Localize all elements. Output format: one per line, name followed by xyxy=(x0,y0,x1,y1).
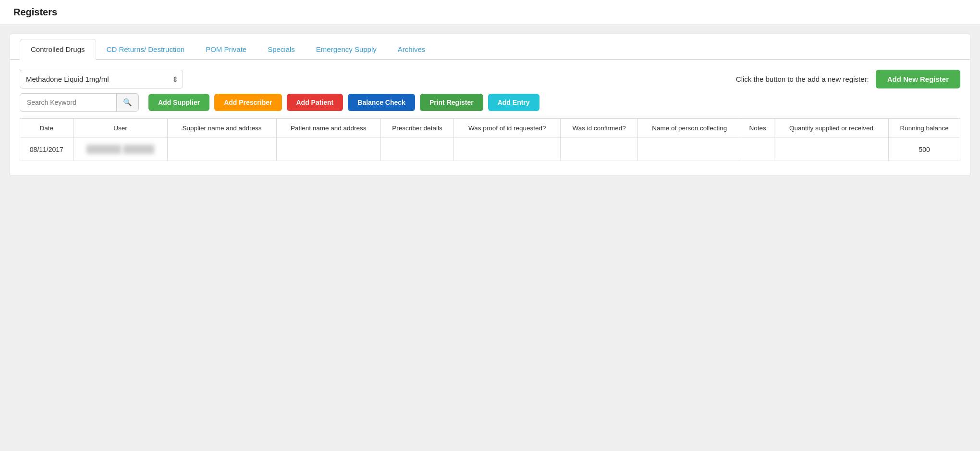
add-register-hint-row: Click the button to the add a new regist… xyxy=(193,70,960,88)
tabs-bar: Controlled Drugs CD Returns/ Destruction… xyxy=(10,34,970,60)
table-wrapper: Date User Supplier name and address Pati… xyxy=(10,118,970,161)
col-header-date: Date xyxy=(20,119,74,138)
col-header-notes: Notes xyxy=(741,119,774,138)
col-header-id-confirmed: Was id confirmed? xyxy=(561,119,638,138)
main-content: Controlled Drugs CD Returns/ Destruction… xyxy=(10,34,970,176)
col-header-name-collecting: Name of person collecting xyxy=(638,119,741,138)
table-row: 08/11/2017 Username Surname 50 xyxy=(20,138,960,161)
search-input[interactable] xyxy=(20,94,116,111)
col-header-prescriber: Prescriber details xyxy=(380,119,453,138)
cell-quantity xyxy=(774,138,888,161)
user-role-blurred: Surname xyxy=(123,145,154,154)
col-header-proof-id: Was proof of id requested? xyxy=(454,119,561,138)
cell-patient xyxy=(276,138,380,161)
cell-notes xyxy=(741,138,774,161)
col-header-patient: Patient name and address xyxy=(276,119,380,138)
cell-name-collecting xyxy=(638,138,741,161)
col-header-user: User xyxy=(73,119,168,138)
cell-prescriber xyxy=(380,138,453,161)
add-register-hint-text: Click the button to the add a new regist… xyxy=(736,75,869,83)
header-bar: Registers xyxy=(0,0,980,25)
action-buttons: Add Supplier Add Prescriber Add Patient … xyxy=(148,94,539,111)
col-header-supplier: Supplier name and address xyxy=(168,119,276,138)
add-supplier-button[interactable]: Add Supplier xyxy=(148,94,209,111)
controls-row: Methadone Liquid 1mg/ml ⇕ Click the butt… xyxy=(10,60,970,93)
data-table: Date User Supplier name and address Pati… xyxy=(20,118,960,161)
user-name-blurred: Username xyxy=(86,145,121,154)
drug-select[interactable]: Methadone Liquid 1mg/ml xyxy=(20,70,183,88)
tab-emergency-supply[interactable]: Emergency Supply xyxy=(306,39,387,59)
cell-proof-id xyxy=(454,138,561,161)
search-row: 🔍 Add Supplier Add Prescriber Add Patien… xyxy=(10,93,970,118)
tab-cd-returns[interactable]: CD Returns/ Destruction xyxy=(96,39,196,59)
cell-user: Username Surname xyxy=(73,138,168,161)
print-register-button[interactable]: Print Register xyxy=(420,94,483,111)
search-icon: 🔍 xyxy=(123,98,132,106)
search-button[interactable]: 🔍 xyxy=(116,94,138,111)
page-wrapper: Registers Controlled Drugs CD Returns/ D… xyxy=(0,0,980,451)
tab-specials[interactable]: Specials xyxy=(257,39,306,59)
add-entry-button[interactable]: Add Entry xyxy=(488,94,539,111)
table-header-row: Date User Supplier name and address Pati… xyxy=(20,119,960,138)
cell-date: 08/11/2017 xyxy=(20,138,74,161)
cell-id-confirmed xyxy=(561,138,638,161)
cell-supplier xyxy=(168,138,276,161)
add-new-register-button[interactable]: Add New Register xyxy=(876,70,960,88)
col-header-quantity: Quantity supplied or received xyxy=(774,119,888,138)
drug-select-wrapper: Methadone Liquid 1mg/ml ⇕ xyxy=(20,70,183,88)
page-title: Registers xyxy=(13,7,57,17)
tab-archives[interactable]: Archives xyxy=(387,39,436,59)
tab-controlled-drugs[interactable]: Controlled Drugs xyxy=(20,39,96,60)
add-prescriber-button[interactable]: Add Prescriber xyxy=(214,94,282,111)
col-header-running-balance: Running balance xyxy=(889,119,960,138)
balance-check-button[interactable]: Balance Check xyxy=(348,94,415,111)
add-patient-button[interactable]: Add Patient xyxy=(287,94,343,111)
tab-pom-private[interactable]: POM Private xyxy=(195,39,257,59)
search-input-wrapper: 🔍 xyxy=(20,93,139,112)
cell-running-balance: 500 xyxy=(889,138,960,161)
